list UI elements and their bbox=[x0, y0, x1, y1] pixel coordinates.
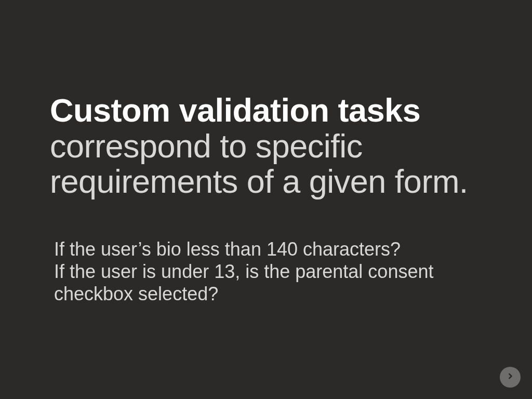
heading-bold: Custom validation tasks bbox=[50, 92, 420, 128]
svg-point-0 bbox=[506, 371, 515, 381]
heading-rest: correspond to specific requirements of a… bbox=[50, 128, 468, 200]
slide-heading: Custom validation tasks correspond to sp… bbox=[50, 92, 491, 200]
body-line-2: If the user is under 13, is the parental… bbox=[54, 261, 433, 304]
arrow-right-icon bbox=[505, 371, 515, 383]
next-button[interactable] bbox=[500, 367, 521, 388]
slide-body: If the user’s bio less than 140 characte… bbox=[54, 238, 480, 305]
body-line-1: If the user’s bio less than 140 characte… bbox=[54, 238, 401, 260]
slide: Custom validation tasks correspond to sp… bbox=[0, 0, 532, 399]
